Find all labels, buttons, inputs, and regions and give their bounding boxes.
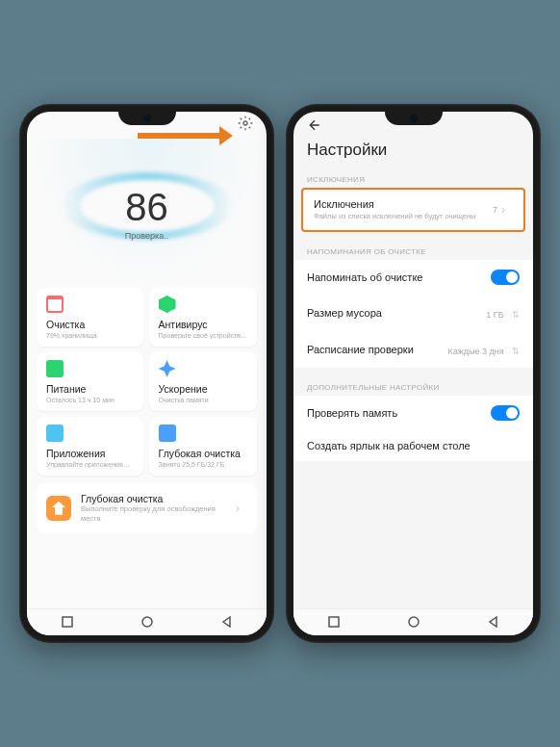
tile-boost[interactable]: Ускорение Очистка памяти [149,352,257,411]
exceptions-highlight: Исключения Файлы из списка исключений не… [301,188,525,232]
deep-sub: Выполните проверку для освобождения мест… [81,504,226,524]
tile-title: Очистка [46,319,134,330]
score-area: 86 Проверка.. [27,139,267,288]
navbar [293,608,533,635]
nav-recent-button[interactable] [328,614,340,631]
remind-row[interactable]: Напоминать об очистке [293,260,533,295]
section-additional-label: ДОПОЛНИТЕЛЬНЫЕ НАСТРОЙКИ [293,375,533,396]
exceptions-value: 7 [493,205,497,215]
circle-icon [408,616,420,628]
trash-size-value: 1 ГБ [486,310,503,320]
battery-icon [46,360,64,377]
exceptions-title: Исключения [314,198,493,210]
square-icon [62,616,73,628]
schedule-row[interactable]: Расписание проверки Каждые 3 дня ⇅ [293,331,533,368]
tile-title: Ускорение [159,383,247,395]
svg-rect-3 [329,617,339,627]
settings-gear-button[interactable] [238,116,253,135]
screen-left: 86 Проверка.. Очистка 79% хранилища Анти… [27,112,267,635]
shield-check-icon [159,296,176,313]
section-exceptions-label: ИСКЛЮЧЕНИЯ [293,167,533,188]
tile-title: Антивирус [159,319,247,330]
tile-title: Приложения [46,448,134,459]
navbar [27,608,267,635]
triangle-left-icon [221,616,233,628]
deep-clean-icon [46,496,71,521]
check-mem-toggle[interactable] [491,405,520,421]
schedule-title: Расписание проверки [307,344,414,355]
svg-rect-1 [63,617,72,627]
storage-icon [159,425,176,442]
circle-icon [141,616,153,628]
tile-sub: Управляйте приложения… [46,461,134,468]
trash-size-title: Размер мусора [307,307,382,319]
tile-sub: Осталось 13 ч 10 мин [46,397,134,403]
check-mem-row[interactable]: Проверять память [293,396,533,430]
shortcut-title: Создать ярлык на рабочем столе [307,440,471,451]
screen-right: Настройки ИСКЛЮЧЕНИЯ Исключения Файлы из… [293,112,533,635]
chevron-right-icon: › [501,203,513,217]
deep-title: Глубокая очистка [81,493,226,504]
apps-icon [46,425,64,442]
exceptions-sub: Файлы из списка исключений не будут очищ… [314,212,493,221]
tile-cleaner[interactable]: Очистка 79% хранилища [37,288,143,347]
tile-sub: 79% хранилища [46,332,134,339]
trash-icon [46,296,64,313]
tile-title: Глубокая очистка [159,448,247,459]
exceptions-row[interactable]: Исключения Файлы из списка исключений не… [304,191,522,229]
tile-apps[interactable]: Приложения Управляйте приложения… [37,417,143,476]
trash-size-row[interactable]: Размер мусора 1 ГБ ⇅ [293,295,533,331]
tile-sub: Проверьте своё устройств… [159,332,247,339]
nav-recent-button[interactable] [62,614,73,631]
nav-home-button[interactable] [141,614,153,631]
svg-point-4 [409,617,419,627]
phone-left: 86 Проверка.. Очистка 79% хранилища Анти… [19,104,274,643]
triangle-left-icon [488,616,499,628]
remind-toggle[interactable] [491,270,520,285]
schedule-value: Каждые 3 дня [447,347,503,356]
section-reminders-label: НАПОМИНАНИЯ ОБ ОЧИСТКЕ [293,240,533,260]
phone-right: Настройки ИСКЛЮЧЕНИЯ Исключения Файлы из… [286,104,541,643]
nav-back-button[interactable] [488,614,499,631]
tile-title: Питание [46,383,134,395]
nav-home-button[interactable] [408,614,420,631]
score-label: Проверка.. [125,231,168,241]
deep-clean-row[interactable]: Глубокая очистка Выполните проверку для … [37,483,257,533]
page-title: Настройки [293,141,533,167]
svg-point-2 [142,617,152,627]
shortcut-row[interactable]: Создать ярлык на рабочем столе [293,430,533,461]
arrow-left-icon [307,117,322,133]
chevron-right-icon: › [236,502,247,515]
square-icon [328,616,340,628]
notch [385,112,443,125]
tile-sub: Очистка памяти [159,397,247,403]
gear-icon [238,116,253,131]
tile-antivirus[interactable]: Антивирус Проверьте своё устройств… [149,288,257,347]
tile-battery[interactable]: Питание Осталось 13 ч 10 мин [37,352,143,411]
stepper-icon: ⇅ [512,347,520,356]
tiles-grid: Очистка 79% хранилища Антивирус Проверьт… [27,288,267,476]
svg-point-0 [243,121,247,125]
tile-sub: Занято 25,5 ГБ/32 ГБ [159,461,247,468]
nav-back-button[interactable] [221,614,233,631]
rocket-icon [159,360,176,377]
remind-title: Напоминать об очистке [307,271,422,283]
score-number: 86 [125,186,168,229]
tile-deep-clean[interactable]: Глубокая очистка Занято 25,5 ГБ/32 ГБ [149,417,257,476]
callout-arrow [138,126,233,145]
back-button[interactable] [307,117,322,137]
notch [118,112,176,125]
check-mem-title: Проверять память [307,407,397,419]
stepper-icon: ⇅ [512,310,520,320]
